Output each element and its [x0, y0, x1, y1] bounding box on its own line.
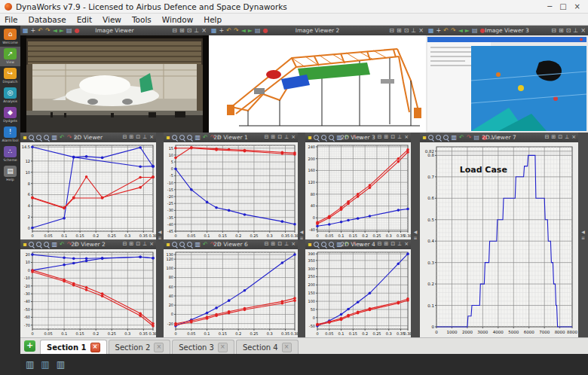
zoom-in-icon[interactable]: [29, 242, 34, 247]
maximize-icon[interactable]: ⊞: [384, 135, 388, 140]
tab-section-4[interactable]: Section 4×: [236, 340, 299, 354]
maximize-icon[interactable]: ⊞: [129, 242, 133, 247]
zoom-in-icon[interactable]: [172, 242, 177, 247]
undo-icon[interactable]: ↶: [345, 135, 350, 141]
grip-icon[interactable]: ≡: [158, 236, 161, 240]
sidebar-item-help[interactable]: ▤Help: [0, 164, 20, 184]
zoom-out-icon[interactable]: [321, 135, 326, 140]
pan-icon[interactable]: +: [219, 28, 225, 34]
chart-plot-area[interactable]: 00.050.10.150.20.250.30.350.381301201008…: [164, 249, 298, 337]
select-icon[interactable]: ▦: [211, 28, 217, 34]
snapshot-icon[interactable]: ●: [480, 28, 485, 34]
layout-window-icon[interactable]: ▥: [57, 359, 65, 370]
redo-icon[interactable]: ↷: [352, 242, 357, 248]
maximize-icon[interactable]: ⊞: [179, 28, 185, 34]
maximize-icon[interactable]: ⊞: [559, 28, 564, 34]
close-icon[interactable]: ×: [580, 28, 586, 34]
close-icon[interactable]: ×: [149, 135, 154, 140]
snapshot-icon[interactable]: ●: [75, 28, 80, 34]
restore-icon[interactable]: ⊡: [404, 28, 409, 34]
tab-section-2[interactable]: Section 2×: [109, 340, 171, 354]
menu-database[interactable]: Database: [29, 15, 66, 24]
maximize-icon[interactable]: ⊞: [551, 135, 556, 140]
viewer-menu-icon[interactable]: ≡: [358, 135, 363, 141]
maximize-icon[interactable]: ⊞: [271, 242, 275, 247]
redo-icon[interactable]: ↷: [67, 242, 72, 248]
zoom-box-icon[interactable]: ▥: [336, 135, 342, 141]
grip-icon[interactable]: ≡: [581, 236, 585, 240]
close-icon[interactable]: ×: [201, 28, 207, 34]
zoom-fit-icon[interactable]: [44, 135, 49, 140]
print-icon[interactable]: ▤: [66, 28, 72, 34]
undo-icon[interactable]: ↶: [60, 135, 65, 141]
redo-icon[interactable]: ↷: [467, 135, 472, 141]
sidebar-item-dispatch[interactable]: ↪Dispatch: [0, 66, 20, 86]
restore-icon[interactable]: ⊡: [390, 135, 395, 140]
redo-icon[interactable]: ↷: [352, 135, 357, 141]
collapse-arrow-icon[interactable]: ◀: [300, 230, 304, 234]
minimize-icon[interactable]: ⊟: [264, 242, 268, 247]
chart-plot-area[interactable]: 00.050.10.150.20.250.30.350.3820100-10-2…: [20, 249, 156, 337]
redo-icon[interactable]: ↷: [210, 135, 216, 141]
zoom-fit-icon[interactable]: [187, 135, 192, 140]
viewer-window-icon[interactable]: ▥: [26, 359, 34, 370]
prev-image-icon[interactable]: ◄: [241, 28, 246, 34]
marker-icon[interactable]: ▪: [308, 135, 311, 141]
viewer-menu-icon[interactable]: ≡: [73, 135, 78, 141]
restore-icon[interactable]: ⊡: [136, 135, 140, 140]
marker-icon[interactable]: ▪: [166, 242, 170, 248]
restore-icon[interactable]: ⊡: [390, 242, 395, 247]
restore-icon[interactable]: ⊡: [566, 28, 571, 34]
zoom-in-icon[interactable]: [29, 135, 34, 140]
zoom-box-icon[interactable]: ▥: [451, 135, 457, 141]
sidebar-item-scheme[interactable]: ∴Scheme: [0, 145, 20, 164]
menu-help[interactable]: Help: [204, 15, 222, 24]
zoom-box-icon[interactable]: ▥: [194, 135, 201, 141]
zoom-out-icon[interactable]: [179, 242, 185, 247]
tab-section-1[interactable]: Section 1×: [40, 340, 107, 354]
pin-icon[interactable]: ⊥: [142, 242, 147, 247]
add-section-button[interactable]: +: [24, 340, 35, 352]
viewer-menu-icon[interactable]: ≡: [216, 135, 221, 141]
restore-icon[interactable]: ⊡: [277, 242, 282, 247]
viewer-menu-icon[interactable]: ≡: [216, 242, 221, 248]
zoom-in-icon[interactable]: [428, 135, 433, 140]
pin-icon[interactable]: ⊥: [284, 242, 289, 247]
pin-icon[interactable]: ⊥: [142, 135, 147, 140]
select-icon[interactable]: ▦: [428, 28, 434, 34]
undo-icon[interactable]: ↶: [203, 135, 208, 141]
splitter-3[interactable]: ◀≡: [411, 133, 420, 337]
chart-plot-area[interactable]: 00.050.10.150.20.250.30.350.38151050-5-1…: [164, 142, 298, 239]
minimize-icon[interactable]: ⊟: [377, 135, 381, 140]
next-image-icon[interactable]: ►: [248, 28, 253, 34]
tab-section-3[interactable]: Section 3×: [172, 340, 234, 354]
sidebar-item-welcome[interactable]: ⌂Welcome: [0, 27, 20, 47]
chart-plot-area[interactable]: 00.050.10.150.20.250.30.350.380246810121…: [20, 142, 156, 239]
prev-image-icon[interactable]: ◄: [53, 28, 57, 34]
grip-icon[interactable]: ≡: [413, 236, 417, 240]
print-icon[interactable]: ▤: [473, 135, 479, 141]
rotate-right-icon[interactable]: ↷: [234, 28, 239, 34]
select-icon[interactable]: ▦: [23, 28, 29, 34]
tab-close-icon[interactable]: ×: [218, 343, 228, 352]
zoom-in-icon[interactable]: [314, 242, 319, 247]
restore-icon[interactable]: ⊡: [187, 28, 192, 34]
zoom-box-icon[interactable]: ▥: [51, 135, 57, 141]
sidebar-item-dydgets[interactable]: ◆Dydgets: [0, 105, 20, 125]
zoom-in-icon[interactable]: [172, 135, 177, 140]
zoom-out-icon[interactable]: [436, 135, 441, 140]
menu-file[interactable]: File: [5, 15, 18, 24]
grid-icon[interactable]: ⊥: [489, 135, 495, 141]
pin-icon[interactable]: ⊥: [284, 135, 289, 140]
menu-edit[interactable]: Edit: [77, 15, 92, 24]
minimize-icon[interactable]: ⊟: [377, 242, 381, 247]
tab-close-icon[interactable]: ×: [282, 343, 292, 352]
undo-icon[interactable]: ↶: [60, 242, 65, 248]
close-icon[interactable]: ×: [404, 135, 409, 140]
pin-icon[interactable]: ⊥: [397, 242, 402, 247]
menu-tools[interactable]: Tools: [132, 15, 152, 24]
restore-icon[interactable]: ⊡: [277, 135, 282, 140]
menu-window[interactable]: Window: [162, 15, 193, 24]
zoom-in-icon[interactable]: [314, 135, 319, 140]
minimize-icon[interactable]: ⊟: [389, 28, 394, 34]
